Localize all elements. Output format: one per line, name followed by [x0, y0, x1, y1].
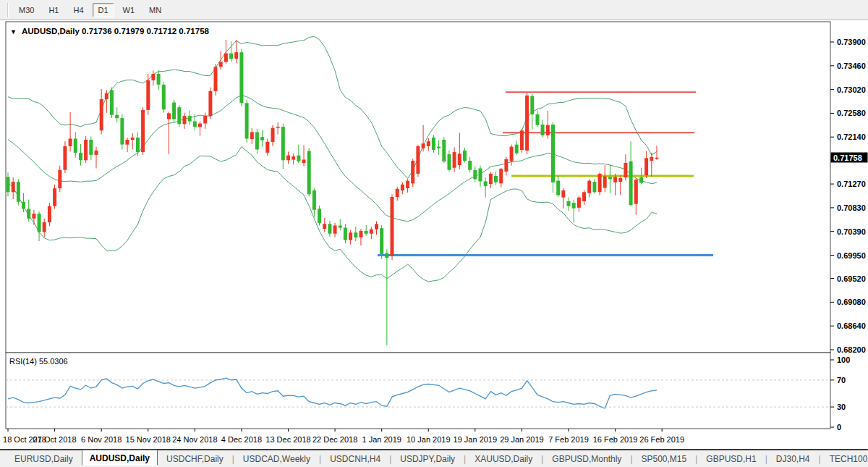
candle-body	[375, 224, 378, 230]
tab-sp500[interactable]: SP500,M15	[634, 453, 694, 466]
candle-body	[448, 154, 451, 170]
candle-body	[520, 130, 524, 150]
candle-body	[136, 138, 140, 152]
date-tick-label: 29 Jan 2019	[500, 435, 544, 444]
candle-body	[297, 156, 300, 161]
candle-body	[250, 132, 254, 140]
rsi-tick-label: 0	[837, 423, 841, 432]
candle-body	[432, 138, 435, 150]
tab-gbpusd[interactable]: GBPUSD,Monthly	[545, 453, 629, 466]
candle-body	[551, 125, 555, 182]
candle-body	[582, 192, 586, 201]
tab-gbpusd[interactable]: GBPUSD,H1	[699, 453, 763, 466]
tab-usdjpy[interactable]: USDJPY,Daily	[393, 453, 462, 466]
candle-body	[177, 107, 181, 124]
date-tick-label: 26 Feb 2019	[639, 435, 684, 444]
candle-body	[255, 132, 259, 150]
candle-body	[401, 185, 404, 190]
main-pane[interactable]	[6, 22, 830, 353]
candle-body	[339, 226, 342, 228]
candle-body	[193, 122, 197, 127]
date-tick-label: 13 Dec 2018	[265, 435, 310, 444]
candle-body	[141, 110, 145, 152]
rsi-pane[interactable]	[6, 353, 830, 429]
candle-body	[473, 170, 477, 180]
timeframe-button-h1[interactable]: H1	[43, 3, 64, 17]
rsi-axis[interactable]: 10070300	[830, 355, 850, 432]
timeframe-button-w1[interactable]: W1	[117, 3, 141, 17]
chart-title: AUDUSD,Daily 0.71736 0.71979 0.71712 0.7…	[22, 27, 210, 35]
tab-usdcad[interactable]: USDCAD,Weekly	[236, 453, 318, 466]
candle-body	[380, 228, 383, 254]
candle-body	[442, 140, 446, 161]
candle-body	[12, 182, 15, 192]
mt4-window: { "toolbar": { "timeframes": [ {"label":…	[0, 0, 868, 467]
candle-body	[312, 190, 316, 210]
candle-body	[328, 224, 331, 233]
date-tick-label: 6 Nov 2018	[81, 435, 122, 444]
price-axis[interactable]: 0.739000.734600.730200.725800.721400.712…	[830, 38, 866, 354]
price-tick-label: 0.69950	[837, 251, 866, 260]
tab-dj30[interactable]: DJ30,H4	[769, 453, 817, 466]
symbol-dropdown-icon[interactable]: ▼	[10, 28, 17, 35]
timeframe-toolbar: M30H1H4D1W1MN	[0, 0, 868, 20]
rsi-tick-label: 70	[837, 376, 846, 384]
candle-body	[89, 140, 93, 155]
candle-body	[525, 96, 529, 151]
tab-divider: |	[232, 454, 234, 464]
tab-xauusd[interactable]: XAUUSD,Daily	[467, 453, 540, 466]
candle-body	[307, 151, 311, 195]
candle-body	[489, 174, 493, 184]
candle-body	[74, 139, 77, 153]
timeframe-button-m30[interactable]: M30	[13, 3, 40, 17]
candle-body	[427, 141, 430, 146]
candle-body	[234, 52, 238, 59]
candle-body	[391, 197, 394, 256]
candle-body	[48, 206, 51, 222]
candle-body	[63, 146, 67, 170]
candle-body	[245, 103, 249, 138]
price-tick-label: 0.72580	[837, 109, 866, 117]
candle-body	[458, 153, 461, 165]
candle-body	[17, 182, 20, 202]
date-axis[interactable]: 18 Oct 201827 Oct 20186 Nov 201815 Nov 2…	[3, 429, 684, 444]
candle-body	[198, 124, 202, 127]
candle-body	[281, 127, 285, 160]
candle-body	[318, 209, 321, 222]
tab-divider: |	[541, 454, 543, 464]
candle-body	[203, 116, 207, 123]
candle-body	[453, 152, 456, 168]
candle-body	[208, 91, 212, 116]
candle-body	[359, 231, 363, 237]
price-tick-label: 0.69080	[837, 298, 866, 306]
tab-usdcnh[interactable]: USDCNH,H4	[323, 453, 388, 466]
candle-body	[333, 226, 337, 234]
candle-body	[561, 190, 565, 198]
candle-body	[79, 153, 82, 160]
tab-usdchf[interactable]: USDCHF,Daily	[159, 453, 231, 466]
candle-body	[422, 143, 425, 148]
candle-body	[271, 128, 275, 142]
timeframe-button-mn[interactable]: MN	[143, 3, 167, 17]
timeframe-button-h4[interactable]: H4	[67, 3, 89, 17]
timeframe-button-d1[interactable]: D1	[93, 3, 114, 17]
tab-eurusd[interactable]: EURUSD,Daily	[7, 453, 80, 466]
price-tick-label: 0.68640	[837, 321, 866, 330]
candle-body	[214, 67, 218, 91]
candle-body	[504, 159, 508, 172]
price-tick-label: 0.70390	[837, 227, 866, 236]
candle-body	[302, 160, 306, 164]
candle-body	[618, 178, 622, 182]
candle-body	[608, 177, 612, 179]
candle-body	[556, 181, 560, 195]
candle-body	[100, 99, 103, 130]
tab-audusd[interactable]: AUDUSD,Daily	[82, 450, 158, 466]
candle-body	[224, 54, 228, 62]
candle-body	[536, 114, 540, 125]
candle-body	[7, 177, 10, 192]
candle-body	[84, 140, 88, 160]
tab-tech100[interactable]: TECH100,H	[822, 453, 868, 466]
price-chart[interactable]: 0.739000.734600.730200.725800.721400.712…	[0, 20, 868, 449]
candle-body	[286, 156, 290, 161]
candle-body	[655, 158, 659, 159]
